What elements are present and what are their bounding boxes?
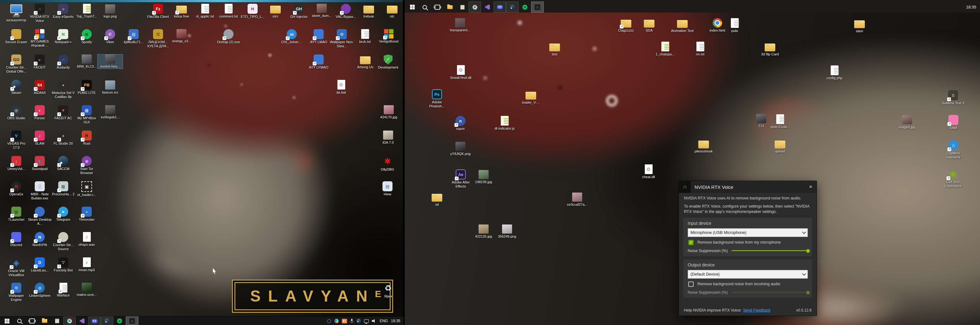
desktop-icon[interactable]: yY8JtQK.png	[448, 142, 473, 156]
desktop-icon[interactable]: ◆↗Easy eSports	[51, 4, 76, 19]
taskbar-item-task-view[interactable]	[25, 317, 38, 325]
taskbar-item-start[interactable]	[406, 2, 418, 13]
taskbar-item-steam[interactable]	[101, 317, 113, 325]
desktop-icon[interactable]: HETO_TIPO_L...	[240, 4, 265, 19]
desktop-icon[interactable]: nn.txt	[688, 41, 713, 56]
desktop-icon[interactable]: ∩↗Audacity	[51, 54, 76, 70]
desktop-icon[interactable]: ➤↗Telegram	[51, 207, 76, 221]
desktop-icon[interactable]: S↗Sublime Text 3	[940, 90, 966, 105]
desktop-icon[interactable]: ↗SACCM	[51, 156, 76, 171]
steam-tray-icon[interactable]	[356, 319, 361, 323]
desktop-icon[interactable]: onetap_v3...	[169, 29, 194, 43]
desktop-icon[interactable]: 422125.jpg	[471, 225, 496, 239]
desktop-icon[interactable]: 3d flip Card	[757, 41, 783, 56]
taskbar-item-rtx-voice[interactable]	[531, 2, 544, 13]
output-noise-slider[interactable]	[732, 292, 808, 293]
input-noise-checkbox[interactable]: ✓ Remove background noise from my microp…	[688, 240, 808, 245]
recycle-bin[interactable]: ♻Ярик	[375, 283, 401, 298]
slider-knob[interactable]	[806, 290, 810, 295]
desktop-icon[interactable]: evolve-hea...	[98, 54, 123, 69]
taskbar-item-visual-studio[interactable]	[481, 2, 493, 13]
dialog-titlebar[interactable]: ∩ NVIDIA RTX Voice ×	[679, 181, 817, 193]
microphone-icon[interactable]	[350, 319, 353, 323]
desktop-icon[interactable]: loader_V-...	[518, 90, 543, 105]
network-icon[interactable]	[364, 319, 369, 323]
desktop-icon[interactable]: ≋↗Spotify	[74, 29, 99, 44]
desktop-icon[interactable]: 198239.jpg	[471, 170, 496, 184]
taskbar-item-sticky-notes[interactable]	[51, 317, 63, 325]
taskbar-item-discord[interactable]	[493, 2, 506, 13]
desktop-icon[interactable]: ▒MBR - Note Builder.exe	[27, 181, 52, 201]
taskbar-item-rtx-voice[interactable]	[126, 317, 138, 325]
desktop-icon[interactable]: ▩↗TLauncher	[4, 207, 29, 221]
desktop-icon[interactable]: ⚙cheat.dll	[636, 164, 661, 179]
taskbar-item-discord[interactable]	[88, 317, 101, 325]
desktop-icon[interactable]: ▤Hiew	[375, 181, 400, 196]
desktop-icon[interactable]: ↗Steam Desktop A...	[27, 207, 52, 226]
checkbox-icon[interactable]	[688, 282, 694, 287]
notification-badge[interactable]: 61	[342, 319, 347, 323]
desktop-icon[interactable]: N↗NordVPN	[27, 232, 52, 247]
slider-knob[interactable]	[806, 249, 810, 253]
desktop-icon[interactable]: image0.jpg	[894, 115, 920, 129]
desktop-icon[interactable]: config.php	[822, 65, 847, 80]
desktop-icon[interactable]: ✆↗Viber	[98, 29, 123, 44]
desktop-icon[interactable]: ↗Counter-Str... Source	[51, 232, 76, 251]
desktop-icon[interactable]: ⚿ЛИЦЕНЗИ... ХУЕТА ДЛЯ...	[146, 29, 170, 48]
desktop-icon[interactable]: R↗Rust	[74, 131, 99, 146]
desktop-icon[interactable]: n↗nasm	[448, 116, 473, 131]
taskbar-item-chrome[interactable]	[469, 2, 481, 13]
desktop-icon[interactable]: Animation Text	[670, 18, 695, 33]
desktop-icon[interactable]: ▦↗My MP4Box GUI	[74, 105, 99, 124]
desktop-icon[interactable]: ce3ccaf27a...	[565, 193, 590, 207]
desktop-icon[interactable]: O↗OperaGx	[4, 181, 29, 196]
desktop-icon[interactable]: 1_chatspa...	[652, 41, 678, 56]
input-device-select[interactable]: Microphone (USB Microphone)	[688, 228, 808, 237]
desktop-icon[interactable]: ↗Ctagzzzzz	[614, 18, 638, 33]
desktop-icon[interactable]: ▦↗ProcessHa... 2	[51, 181, 76, 196]
desktop-icon[interactable]: ↗VertigoBoost	[376, 29, 401, 43]
desktop-icon[interactable]: 424170.jpg	[376, 105, 401, 119]
close-icon[interactable]: ×	[809, 184, 812, 190]
output-device-select[interactable]: (Default Device)	[688, 270, 808, 279]
desktop-icon[interactable]: D↗LiquidLau...	[27, 257, 52, 272]
desktop-icon[interactable]: ⚙SneakYevil.dll	[448, 65, 473, 80]
desktop-icon[interactable]: IDA 7.0	[375, 131, 401, 145]
desktop-icon[interactable]: ⚙da.bat	[329, 80, 354, 94]
desktop-icon[interactable]: ↗SAM	[941, 115, 966, 130]
desktop-icon[interactable]: ▼↗FACEIT AC	[51, 105, 76, 120]
desktop-icon[interactable]: ▤↗kjdfku8u71...	[121, 29, 146, 44]
desktop-icon[interactable]: favicon.ico	[98, 80, 123, 94]
volume-icon[interactable]	[372, 319, 377, 323]
input-noise-slider[interactable]	[732, 250, 808, 251]
checkbox-icon[interactable]: ✓	[688, 240, 694, 245]
taskbar-item-task-view[interactable]	[431, 2, 444, 13]
clock[interactable]: 18:35	[391, 319, 400, 323]
desktop-icon[interactable]: ∵↗Fsociety Bot	[51, 257, 76, 272]
taskbar-item-steam[interactable]	[506, 2, 519, 13]
desktop-icon[interactable]: test	[542, 41, 567, 56]
desktop-icon[interactable]: N↗Notepad++	[51, 29, 76, 44]
desktop-icon[interactable]: nl_applic.txt	[192, 4, 218, 19]
desktop-icon[interactable]: ◍↗LinkenSphere	[27, 283, 52, 298]
desktop-icon[interactable]: ↗AYY LMAO	[306, 29, 331, 44]
desktop-icon[interactable]: Among Us	[353, 54, 378, 69]
desktop-icon[interactable]: ♪ohayo.wav	[74, 232, 99, 247]
desktop-icon[interactable]: GO↗Counter-Str... Global Offe...	[4, 54, 29, 73]
desktop-icon[interactable]: ⚙↗Wallpaper Non-Stea...	[329, 29, 354, 48]
desktop-icon[interactable]: ▸↗FACEIT	[27, 54, 52, 70]
desktop-icon[interactable]: ♪↗SLAM	[27, 131, 52, 146]
desktop-icon[interactable]: ▣ot_loader.r...	[74, 181, 99, 197]
desktop-icon[interactable]: ⚙↗Wallpaper Engine	[4, 283, 29, 302]
desktop-icon[interactable]: ●↗FL Studio 20	[51, 131, 76, 146]
desktop-icon[interactable]: ◈↗Oracle VM VirtualBox	[4, 257, 29, 277]
desktop-icon[interactable]: •↗Ytmonster	[74, 207, 99, 221]
desktop-icon[interactable]: PsAdobe Photosh...	[425, 89, 449, 108]
taskbar-item-sticky-notes[interactable]	[456, 2, 469, 13]
desktop-icon[interactable]: comment.txt	[216, 4, 241, 19]
desktop-icon[interactable]: matrix-scre...	[74, 283, 99, 297]
desktop-icon[interactable]: Ae↗Adobe After Effects	[448, 169, 473, 188]
desktop-icon[interactable]: trebuie	[356, 4, 381, 19]
desktop-icon[interactable]: Fz↗FileZilla Client	[146, 4, 170, 19]
desktop-icon[interactable]: bruh.txt	[352, 29, 377, 44]
